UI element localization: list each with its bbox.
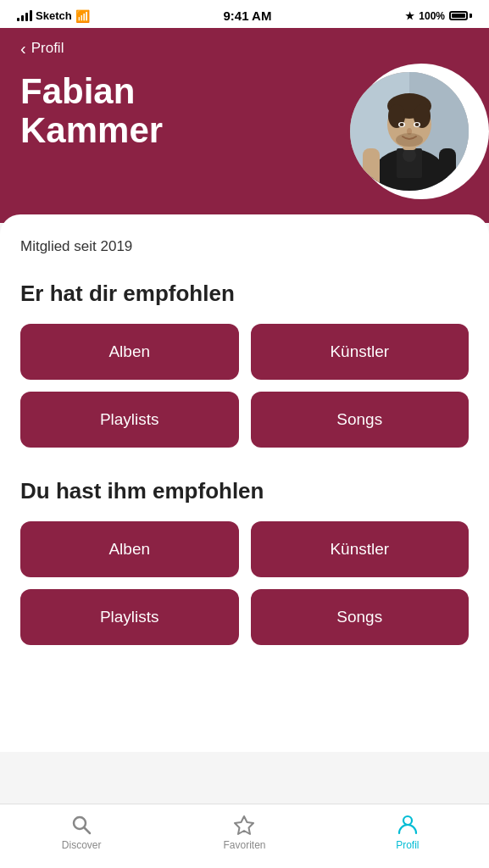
svg-point-4 xyxy=(403,148,416,162)
section1-button-songs[interactable]: Songs xyxy=(251,392,470,448)
svg-point-21 xyxy=(403,816,412,825)
tab-favoriten[interactable]: Favoriten xyxy=(214,813,274,851)
svg-point-12 xyxy=(400,123,404,126)
section1-button-alben[interactable]: Alben xyxy=(20,324,239,380)
profil-icon xyxy=(396,813,420,837)
signal-icon xyxy=(17,10,32,21)
status-bar: Sketch 📶 9:41 AM ★ 100% xyxy=(0,0,489,28)
tab-favoriten-label: Favoriten xyxy=(223,839,265,851)
svg-point-13 xyxy=(415,123,420,126)
tab-discover[interactable]: Discover xyxy=(52,813,111,851)
tab-discover-label: Discover xyxy=(62,839,102,851)
tab-profil[interactable]: Profil xyxy=(378,813,437,851)
section2-title: Du hast ihm empfohlen xyxy=(20,478,469,504)
profile-header: FabianKammer xyxy=(20,72,469,199)
svg-marker-20 xyxy=(235,816,253,834)
avatar-container xyxy=(350,72,469,199)
section2-button-alben[interactable]: Alben xyxy=(20,521,239,577)
section1-grid: Alben Künstler Playlists Songs xyxy=(20,324,469,448)
svg-line-19 xyxy=(85,828,91,834)
back-chevron-icon: ‹ xyxy=(20,40,26,57)
battery-percent: 100% xyxy=(419,10,445,22)
favoriten-icon xyxy=(232,813,256,837)
battery-icon xyxy=(449,11,472,20)
status-time: 9:41 AM xyxy=(223,8,271,23)
back-label: Profil xyxy=(31,40,64,57)
carrier-label: Sketch xyxy=(36,9,72,22)
svg-point-15 xyxy=(396,133,423,147)
status-right: ★ 100% xyxy=(405,10,472,22)
member-since: Mitglied seit 2019 xyxy=(20,235,469,255)
wifi-icon: 📶 xyxy=(75,9,90,23)
section1-button-kuenstler[interactable]: Künstler xyxy=(251,324,470,380)
avatar xyxy=(350,72,469,191)
section1-title: Er hat dir empfohlen xyxy=(20,281,469,307)
section2-button-songs[interactable]: Songs xyxy=(251,589,470,645)
section2-button-kuenstler[interactable]: Künstler xyxy=(251,521,470,577)
content-section: Mitglied seit 2019 Er hat dir empfohlen … xyxy=(0,214,489,752)
svg-rect-16 xyxy=(363,148,380,191)
avatar-image xyxy=(350,72,469,191)
tab-profil-label: Profil xyxy=(396,839,419,851)
bluetooth-icon: ★ xyxy=(405,10,414,22)
discover-icon xyxy=(69,813,93,837)
back-button[interactable]: ‹ Profil xyxy=(20,40,469,57)
tab-bar: Discover Favoriten Profil xyxy=(0,804,489,868)
status-left: Sketch 📶 xyxy=(17,9,90,23)
section2-grid: Alben Künstler Playlists Songs xyxy=(20,521,469,645)
section2-button-playlists[interactable]: Playlists xyxy=(20,589,239,645)
section1-button-playlists[interactable]: Playlists xyxy=(20,392,239,448)
profile-name: FabianKammer xyxy=(20,72,350,150)
header-section: ‹ Profil FabianKammer xyxy=(0,28,489,223)
